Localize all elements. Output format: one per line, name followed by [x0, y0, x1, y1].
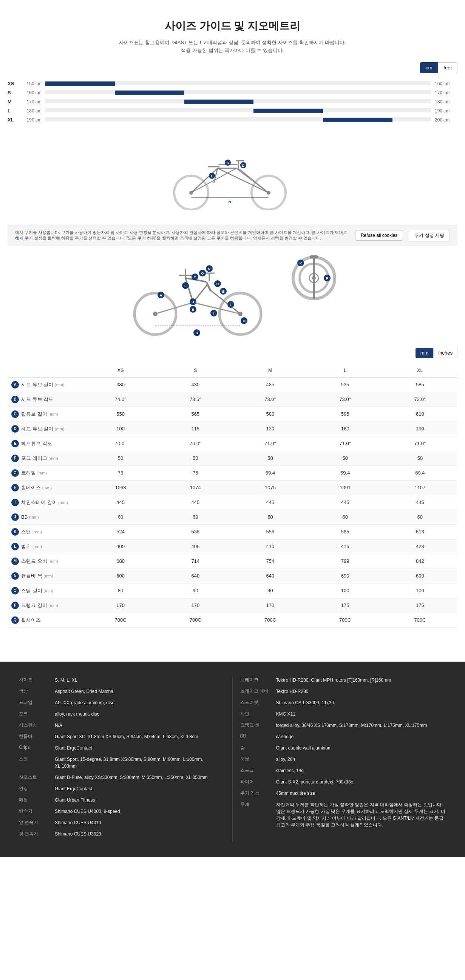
spec-value: Giant Sport, 15-degree, 31.8mm XS:80mm, …	[55, 756, 225, 770]
spec-value: ALUXX-grade aluminum, disc	[55, 699, 114, 706]
row-value: 175	[383, 598, 457, 612]
spec-key: Grips	[19, 745, 49, 751]
table-row: L범위 (mm)400406410416423	[8, 539, 457, 554]
size-row-m: M 170 cm 180 cm	[8, 99, 457, 105]
svg-rect-71	[310, 255, 318, 258]
row-label: K스탠 (mm)	[8, 524, 83, 539]
svg-text:E: E	[222, 290, 224, 293]
spec-key: 브레이크 레버	[240, 688, 270, 695]
col-header-xs: XS	[83, 364, 158, 377]
spec-item: 무게자전거의 무게를 확인하는 가장 정확한 방법은 지역 대리점에서 측정하는…	[240, 801, 446, 828]
svg-text:A: A	[160, 293, 162, 297]
size-row-l: L 180 cm 190 cm	[8, 108, 457, 114]
row-value: 1091	[308, 480, 383, 495]
spec-value: Tektro HD-R280	[276, 688, 308, 695]
spec-key: 허브	[240, 756, 270, 763]
spec-key: 무게	[240, 801, 270, 828]
row-value: 445	[83, 495, 158, 510]
spec-key: 추가 기능	[240, 790, 270, 797]
table-row: P크랭크 길이 (mm)170170170175175	[8, 598, 457, 612]
row-value: 73.0°	[308, 392, 383, 407]
row-value: 754	[233, 554, 307, 568]
letter-badge: I	[11, 499, 19, 506]
spec-item: 변속기Shimano CUES U4000, 9-speed	[19, 808, 225, 815]
svg-text:H: H	[228, 200, 231, 204]
table-row: F포크 레이크 (mm)5050505050	[8, 451, 457, 466]
spec-key: 체인	[240, 711, 270, 718]
row-value: 410	[233, 539, 307, 554]
refuse-cookies-button[interactable]: Refuse all cookies	[355, 230, 403, 241]
row-value: 76	[83, 466, 158, 480]
cookie-settings-button[interactable]: 쿠키 설정 세팅	[409, 230, 450, 242]
row-label: JBB (mm)	[8, 510, 83, 524]
spec-key: 안장	[19, 785, 49, 792]
row-value: 60	[158, 510, 233, 524]
feet-button[interactable]: feet	[438, 62, 457, 73]
size-row-xs: XS 150 cm 160 cm	[8, 81, 457, 87]
row-value: 700C	[83, 612, 158, 627]
spec-item: GripsGiant ErgoContact	[19, 745, 225, 751]
row-label: B시트 튜브 각도	[8, 392, 83, 407]
row-value: 610	[383, 407, 457, 422]
col-header-label	[8, 364, 83, 377]
svg-text:O: O	[201, 272, 204, 275]
row-value: 70.0°	[158, 436, 233, 451]
letter-badge: H	[11, 484, 19, 492]
row-value: 680	[83, 554, 158, 568]
row-value: 535	[308, 377, 383, 392]
svg-text:L: L	[184, 284, 187, 288]
letter-badge: B	[11, 396, 19, 403]
spec-value: S, M, L, XL	[55, 677, 77, 684]
row-value: 1107	[383, 480, 457, 495]
spec-value: cartridge	[276, 733, 294, 740]
table-row: Q휠사이즈 700C700C700C700C700C	[8, 612, 457, 627]
spec-value: Giant Sport XC, 31.8mm XS:60cm, S:64cm, …	[55, 733, 198, 740]
spec-key: 림	[240, 745, 270, 751]
mm-button[interactable]: mm	[415, 348, 434, 358]
row-value: 714	[158, 554, 233, 568]
spec-key: 변속기	[19, 808, 49, 815]
spec-item: 추가 기능45mm max tire size	[240, 790, 446, 797]
row-value: 170	[233, 598, 307, 612]
row-value: 115	[158, 422, 233, 436]
row-value: 700C	[233, 612, 307, 627]
letter-badge: O	[11, 587, 19, 595]
spec-item: 프레임ALUXX-grade aluminum, disc	[19, 699, 225, 706]
table-row: C탑튜브 길이 (mm)550565580595610	[8, 407, 457, 422]
spec-key: 서스펜션	[19, 722, 49, 729]
row-label: M스탠드 오버 (mm)	[8, 554, 83, 568]
spec-key: 스템	[19, 756, 49, 770]
letter-badge: C	[11, 410, 19, 418]
spec-item: 림Giant double wall aluminum	[240, 745, 446, 751]
row-label: H휠베이스 (mm)	[8, 480, 83, 495]
row-value: 69.4	[233, 466, 307, 480]
cm-button[interactable]: cm	[420, 62, 438, 73]
spec-value: Giant ErgoContact	[55, 745, 92, 751]
row-value: 556	[233, 524, 307, 539]
row-label: O스템 길이 (mm)	[8, 583, 83, 598]
spec-key: 싯포스트	[19, 774, 49, 781]
row-value: 524	[83, 524, 158, 539]
spec-item: 브레이크Tektro HD-R280, Giant MPH rotors [F]…	[240, 677, 446, 684]
row-value: 585	[383, 377, 457, 392]
spec-value: Giant double wall aluminum	[276, 745, 332, 751]
table-row: K스탠 (mm)524538556585613	[8, 524, 457, 539]
spec-grid: 사이즈S, M, L, XL색상Asphalt Green, Dried Mat…	[11, 677, 454, 842]
inches-button[interactable]: inches	[433, 348, 457, 358]
row-value: 170	[158, 598, 233, 612]
svg-text:F: F	[230, 303, 232, 307]
row-value: 100	[83, 422, 158, 436]
row-value: 73.0°	[233, 392, 307, 407]
row-value: 416	[308, 539, 383, 554]
spec-item: 스프라켓Shimano CS-LG3009, 11x36	[240, 699, 446, 706]
row-value: 50	[158, 451, 233, 466]
table-row: I체인스테이 길이 (mm)445445445445445	[8, 495, 457, 510]
svg-text:K: K	[299, 261, 302, 265]
svg-text:L: L	[211, 174, 213, 178]
letter-badge: P	[11, 601, 19, 609]
letter-badge: M	[11, 557, 19, 565]
mm-inch-toggle: mm inches	[8, 348, 457, 358]
cookie-link[interactable]: 해제	[15, 236, 23, 240]
spec-key: 스포크	[240, 767, 270, 774]
row-value: 50	[308, 451, 383, 466]
